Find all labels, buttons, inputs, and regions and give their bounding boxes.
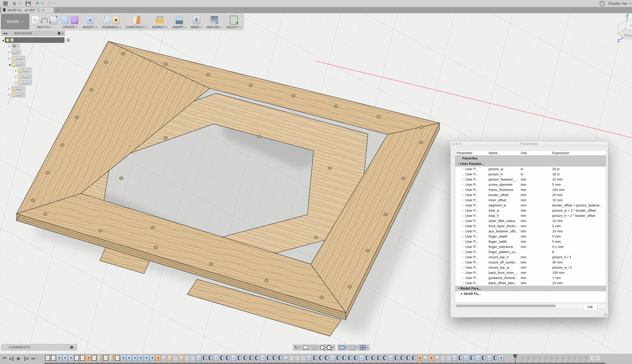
param-unit-cell[interactable]: mm: [519, 270, 551, 275]
param-expression-cell[interactable]: 100 mm: [551, 270, 606, 275]
param-name-cell[interactable]: picture_h: [487, 172, 519, 177]
sketch-pencil-icon[interactable]: ✎: [32, 16, 39, 24]
file-menu-icon[interactable]: 🗎: [12, 2, 17, 6]
param-name-cell[interactable]: mount_bar_w: [487, 265, 519, 270]
comments-grip-icon[interactable]: ∥: [74, 346, 76, 348]
timeline-feature-combine-icon[interactable]: [354, 355, 358, 361]
new-tab-button[interactable]: +: [55, 7, 60, 13]
timeline-feature-mirror-icon[interactable]: [190, 355, 196, 361]
param-unit-cell[interactable]: mm: [519, 198, 551, 203]
orbit-icon[interactable]: ↻▼: [294, 345, 300, 350]
timeline-feature-extrude-icon[interactable]: ⬆: [144, 355, 149, 361]
visibility-bulb-icon[interactable]: [13, 57, 16, 60]
browser-grip-icon[interactable]: ∥: [62, 32, 64, 36]
param-type-cell[interactable]: ☆User P...: [455, 213, 487, 218]
sidebar-item-mount-28-[interactable]: [18, 80, 32, 85]
3d-print-icon[interactable]: [193, 16, 200, 24]
expander-icon[interactable]: ▷: [8, 51, 12, 54]
sidebar-item-bodies[interactable]: [12, 62, 26, 67]
param-expression-cell[interactable]: picture_w + 2 * border_offset: [551, 208, 606, 213]
visibility-bulb-icon[interactable]: [19, 75, 22, 78]
param-unit-cell[interactable]: mm: [519, 224, 551, 229]
look-at-icon[interactable]: [303, 346, 308, 350]
timeline-feature-erase-icon[interactable]: [422, 355, 428, 361]
tab-close-icon[interactable]: ✕: [42, 8, 44, 12]
timeline-feature-move-gray-icon[interactable]: [584, 355, 589, 361]
param-expression-cell[interactable]: 10 mm: [551, 198, 606, 203]
undo-icon[interactable]: ↶: [36, 2, 39, 6]
toolbar-group-label[interactable]: ASSEMBLE▼: [102, 26, 121, 29]
param-name-cell[interactable]: finger_tolerance: [487, 244, 519, 249]
timeline-feature-combine-icon[interactable]: [226, 355, 230, 361]
timeline-feature-combine-icon[interactable]: [382, 355, 387, 361]
param-name-cell[interactable]: total_h: [487, 213, 519, 218]
param-unit-cell[interactable]: mm: [519, 229, 551, 234]
col-name[interactable]: Name: [487, 151, 519, 156]
workspace-selector[interactable]: MODEL▼: [1, 14, 29, 30]
timeline-feature-fillet-icon[interactable]: ≈: [260, 355, 265, 361]
timeline-feature-combine-icon[interactable]: [406, 355, 410, 361]
param-unit-cell[interactable]: mm: [519, 244, 551, 249]
browser-root-item[interactable]: [5, 37, 64, 43]
timeline-feature-sketchbox-icon[interactable]: ✎: [74, 355, 79, 361]
timeline-feature-sketchbox-icon[interactable]: ✎: [80, 355, 85, 361]
save-icon[interactable]: 💾: [26, 2, 31, 6]
timeline-feature-move-gray-icon[interactable]: [561, 355, 566, 361]
visibility-bulb-icon[interactable]: [19, 69, 22, 72]
param-name-cell[interactable]: front_layer_thickn...: [487, 224, 519, 229]
timeline-feature-sketchbox-icon[interactable]: ✎: [104, 355, 108, 361]
timeline-feature-press-icon[interactable]: ⬆: [429, 355, 434, 361]
param-type-cell[interactable]: ☆User P...: [455, 182, 487, 187]
param-unit-cell[interactable]: mm: [519, 187, 551, 192]
param-unit-cell[interactable]: mm: [519, 234, 551, 239]
timeline-feature-fillet-icon[interactable]: ≈: [214, 355, 219, 361]
timeline-feature-sketchbox-icon[interactable]: ✎: [45, 355, 50, 361]
timeline-feature-combine-icon[interactable]: [481, 355, 486, 361]
timeline-feature-combine-icon[interactable]: [470, 355, 474, 361]
param-unit-cell[interactable]: mm: [519, 192, 551, 198]
timeline-feature-combine-icon[interactable]: [272, 355, 277, 361]
timeline-feature-erase-icon[interactable]: [283, 355, 289, 361]
timeline-feature-move-gray-icon[interactable]: [526, 355, 531, 361]
add-comment-icon[interactable]: +: [70, 346, 73, 349]
timeline-feature-combine-icon[interactable]: [208, 355, 213, 361]
timeline-feature-combine-icon[interactable]: [254, 355, 259, 361]
param-expression-cell[interactable]: 20 mm: [551, 192, 606, 198]
param-expression-cell[interactable]: border_offset + picture_fastene...: [551, 203, 606, 208]
timeline-feature-move-gray-icon[interactable]: [555, 355, 560, 361]
measure-icon[interactable]: [156, 20, 164, 23]
timeline-feature-move-gray-icon[interactable]: [578, 355, 583, 361]
group-model-parameters[interactable]: ▼Model Para...: [455, 286, 487, 291]
timeline-feature-combine-icon[interactable]: [348, 355, 352, 361]
param-expression-cell[interactable]: picture_w / 3: [551, 265, 606, 270]
expander-icon[interactable]: ▷: [8, 44, 12, 48]
horizontal-scrollbar[interactable]: [455, 304, 606, 308]
timeline-feature-extrude-icon[interactable]: ⬆: [150, 355, 155, 361]
sidebar-item-origin[interactable]: [12, 56, 26, 61]
param-name-cell[interactable]: picture_w: [487, 166, 519, 172]
param-expression-cell[interactable]: 5 mm: [551, 182, 606, 187]
param-type-cell[interactable]: ☆User P...: [455, 265, 487, 270]
param-type-cell[interactable]: ☆User P...: [455, 270, 487, 275]
scrollbar-thumb[interactable]: [456, 304, 556, 307]
param-type-cell[interactable]: ☆User P...: [455, 229, 487, 234]
param-type-cell[interactable]: ☆User P...: [455, 177, 487, 182]
step-back-icon[interactable]: ◂❙: [9, 356, 15, 361]
timeline-feature-mirror-icon[interactable]: [290, 355, 294, 361]
param-unit-cell[interactable]: mm: [519, 276, 551, 280]
play-icon[interactable]: ▶: [17, 356, 20, 361]
param-type-cell[interactable]: ☆User P...: [455, 260, 487, 265]
skip-start-icon[interactable]: ⏮: [2, 356, 6, 361]
timeline-feature-move-gray-icon[interactable]: [549, 355, 554, 361]
press-pull-icon[interactable]: [86, 16, 94, 24]
scripts-icon[interactable]: [211, 16, 218, 24]
param-unit-cell[interactable]: mm: [519, 255, 551, 260]
param-type-cell[interactable]: ☆User P...: [455, 198, 487, 203]
col-unit[interactable]: Unit: [519, 151, 551, 156]
timeline-feature-move-gray-icon[interactable]: [532, 355, 536, 361]
sidebar-item-sketches[interactable]: [12, 86, 26, 92]
timeline-feature-combine-icon[interactable]: [342, 355, 346, 361]
extrude-icon[interactable]: [62, 16, 69, 24]
param-type-cell[interactable]: ☆User P...: [455, 276, 487, 280]
timeline-feature-move-gray-icon[interactable]: [543, 355, 548, 361]
